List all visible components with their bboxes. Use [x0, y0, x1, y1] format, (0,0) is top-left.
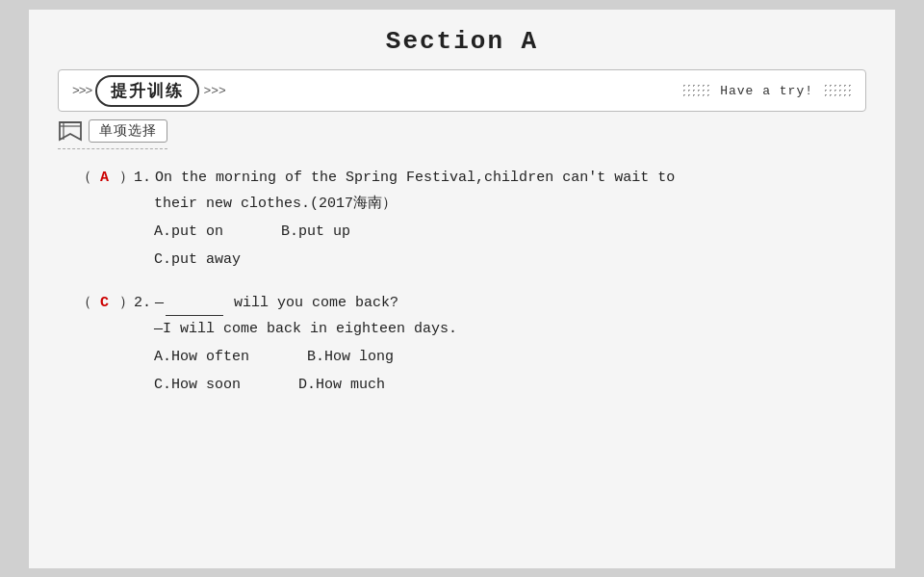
question-1-line1: （ A ） 1. On the morning of the Spring Fe…: [77, 165, 866, 191]
q2-paren-open: （: [77, 290, 100, 316]
q2-option-d: D.How much: [298, 372, 385, 398]
banner-left: >>> 提升训练 >>>: [72, 75, 681, 107]
q1-number: 1.: [134, 165, 151, 191]
q2-text-line1: — will you come back?: [155, 290, 398, 316]
banner-title: 提升训练: [95, 75, 199, 107]
question-2-block: （ C ） 2. — will you come back? —I will c…: [77, 290, 866, 398]
dots-left-icon: [681, 83, 710, 98]
banner-right: Have a try!: [681, 83, 852, 98]
q2-text-line2: —I will come back in eighteen days.: [154, 316, 866, 342]
bookmark-icon: [58, 120, 83, 142]
q2-option-b: B.How long: [307, 344, 394, 370]
question-1-block: （ A ） 1. On the morning of the Spring Fe…: [77, 165, 866, 273]
q1-options-row1: A.put on B.put up: [154, 219, 866, 245]
q2-answer: C: [100, 290, 109, 316]
q2-option-a: A.How often: [154, 344, 249, 370]
q1-text-line1: On the morning of the Spring Festival,ch…: [155, 165, 675, 191]
q2-number: 2.: [134, 290, 151, 316]
q2-paren-close: ）: [111, 290, 134, 316]
arrow-triple-left-icon: >>>: [72, 84, 91, 98]
content-area: （ A ） 1. On the morning of the Spring Fe…: [77, 165, 866, 398]
section-label-container: 单项选择: [58, 119, 167, 149]
q2-option-c: C.How soon: [154, 372, 241, 398]
q1-text-line2: their new clothes.(2017海南）: [154, 191, 866, 217]
header-banner: >>> 提升训练 >>> Have a try!: [58, 69, 866, 112]
page-title: Section A: [29, 10, 895, 69]
q2-options-row1: A.How often B.How long: [154, 344, 866, 370]
q2-options-row2: C.How soon D.How much: [154, 372, 866, 398]
page-container: Section A >>> 提升训练 >>> Have a try! 单项选择 …: [29, 10, 895, 568]
q1-paren-open: （: [77, 165, 100, 191]
question-2-line1: （ C ） 2. — will you come back?: [77, 290, 866, 316]
have-a-try-label: Have a try!: [720, 84, 813, 98]
q1-option-b: B.put up: [281, 219, 350, 245]
section-label-text: 单项选择: [89, 119, 167, 143]
svg-marker-0: [60, 122, 81, 140]
q1-answer: A: [100, 165, 109, 191]
q1-option-c: C.put away: [154, 251, 241, 268]
arrow-triple-right-icon: >>>: [203, 84, 225, 98]
q1-options-col: C.put away: [154, 247, 866, 273]
dots-right-icon: [823, 83, 852, 98]
q1-option-a: A.put on: [154, 219, 223, 245]
q1-paren-close: ）: [111, 165, 134, 191]
